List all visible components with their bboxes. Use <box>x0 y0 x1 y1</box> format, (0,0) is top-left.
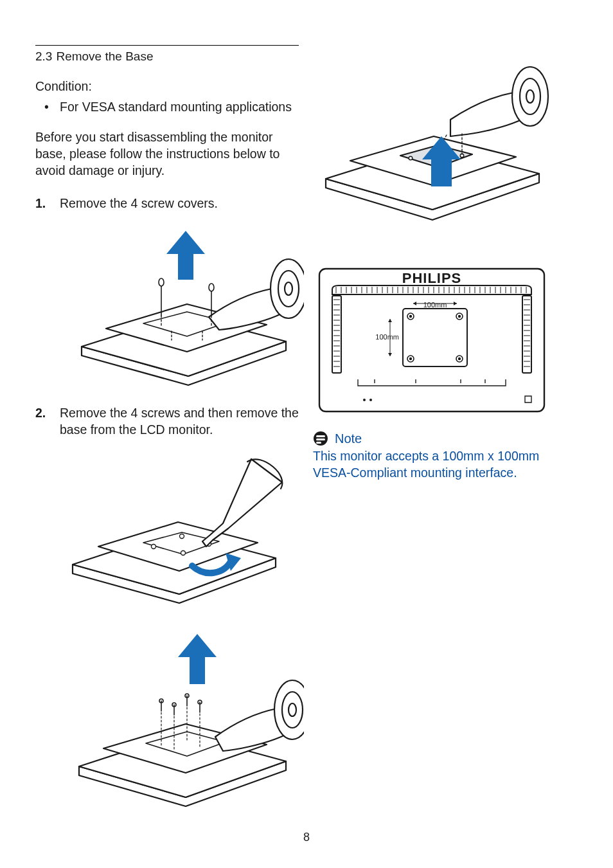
svg-point-14 <box>180 534 184 538</box>
condition-item: For VESA standard mounting applications <box>35 98 299 115</box>
up-arrow-icon <box>178 634 217 684</box>
figure-vesa-back: PHILIPS <box>313 257 551 418</box>
figure-unscrew <box>60 451 291 612</box>
svg-rect-50 <box>316 442 321 444</box>
up-arrow-icon <box>166 231 205 280</box>
svg-rect-48 <box>316 435 325 437</box>
vesa-height-label: 100mm <box>375 333 399 341</box>
steps-list: Remove the 4 screw covers. <box>35 195 299 818</box>
svg-point-12 <box>181 550 186 555</box>
svg-point-9 <box>209 284 214 291</box>
left-column: 2.3 Remove the Base Condition: For VESA … <box>35 45 299 831</box>
svg-point-11 <box>152 544 156 548</box>
figure-remove-arm <box>313 45 557 238</box>
figure-remove-screw-covers <box>60 218 304 392</box>
svg-point-7 <box>159 278 164 286</box>
figure-lift-base <box>60 625 304 818</box>
svg-point-42 <box>458 357 461 360</box>
section-number: 2.3 <box>35 50 52 64</box>
note-label: Note <box>335 431 362 446</box>
condition-label: Condition: <box>35 78 299 95</box>
step-2: Remove the 4 screws and then remove the … <box>35 404 299 818</box>
note-text: This monitor accepts a 100mm x 100mm VES… <box>313 448 576 482</box>
svg-point-46 <box>369 399 372 401</box>
svg-point-2 <box>285 282 292 295</box>
svg-point-21 <box>289 703 296 716</box>
section-heading: 2.3 Remove the Base <box>35 50 299 64</box>
step-2-text: Remove the 4 screws and then remove the … <box>60 406 299 437</box>
svg-point-28 <box>526 90 534 103</box>
svg-point-41 <box>409 357 412 360</box>
intro-paragraph: Before you start disassembling the monit… <box>35 129 299 179</box>
section-title: Remove the Base <box>56 50 153 64</box>
note-heading: Note <box>313 431 576 446</box>
brand-label: PHILIPS <box>402 270 462 286</box>
step-1: Remove the 4 screw covers. <box>35 195 299 392</box>
note-icon <box>313 431 328 446</box>
svg-point-22 <box>409 156 413 160</box>
page-number: 8 <box>35 831 578 844</box>
svg-rect-49 <box>316 439 325 440</box>
condition-list: For VESA standard mounting applications <box>35 98 299 115</box>
step-1-text: Remove the 4 screw covers. <box>60 196 218 210</box>
right-column: PHILIPS <box>313 45 576 831</box>
svg-point-39 <box>409 315 412 318</box>
vesa-width-label: 100mm <box>423 301 447 309</box>
section-rule <box>35 45 299 46</box>
svg-point-40 <box>458 315 461 318</box>
svg-point-45 <box>363 399 366 401</box>
